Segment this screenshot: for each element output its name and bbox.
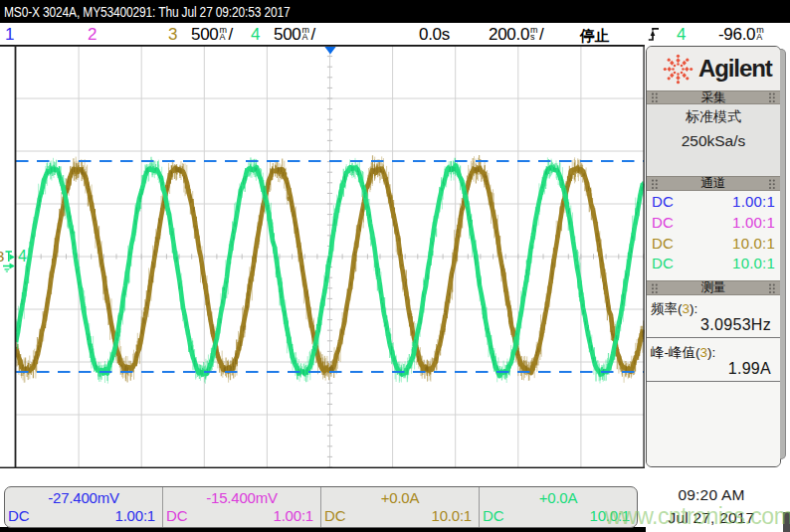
svg-text:4: 4 [18, 248, 27, 265]
svg-text:3: 3 [0, 248, 4, 265]
